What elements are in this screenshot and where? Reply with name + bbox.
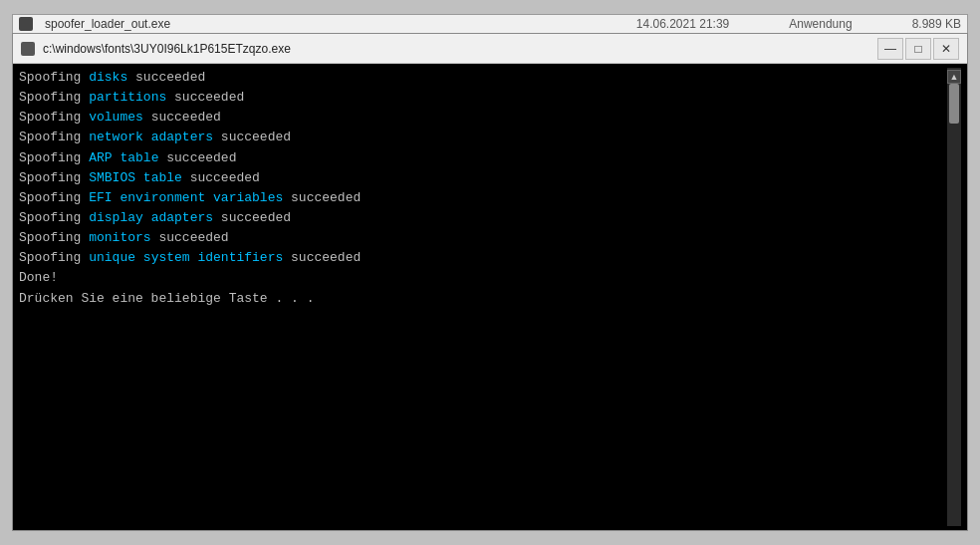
console-keyword: unique system identifiers (89, 250, 283, 265)
console-line: Spoofing display adapters succeeded (19, 208, 947, 228)
console-keyword: EFI environment variables (89, 190, 283, 205)
window-controls: — □ ✕ (877, 38, 959, 60)
taskbar-size: 8.989 KB (912, 17, 961, 31)
taskbar-date: 14.06.2021 21:39 (636, 17, 729, 31)
taskbar-title: spoofer_loader_out.exe (45, 17, 624, 31)
scrollbar-thumb[interactable] (949, 84, 959, 124)
console-line: Spoofing unique system identifiers succe… (19, 248, 947, 268)
console-keyword: volumes (89, 110, 143, 125)
scroll-up-arrow[interactable]: ▲ (947, 70, 961, 84)
console-done-line: Done! (19, 268, 947, 288)
console-keyword: disks (89, 70, 127, 85)
maximize-button[interactable]: □ (905, 38, 931, 60)
console-line: Spoofing ARP table succeeded (19, 148, 947, 168)
console-keyword: monitors (89, 230, 150, 245)
console-line: Spoofing disks succeeded (19, 68, 947, 88)
cmd-icon (21, 42, 35, 56)
minimize-button[interactable]: — (877, 38, 903, 60)
console-prompt-line: Drücken Sie eine beliebige Taste . . . (19, 289, 947, 309)
console-line: Spoofing SMBIOS table succeeded (19, 168, 947, 188)
main-window: c:\windows\fonts\3UY0I96Lk1P615ETzqzo.ex… (12, 33, 968, 531)
console-line: Spoofing volumes succeeded (19, 108, 947, 128)
console-keyword: partitions (89, 90, 166, 105)
console-keyword: SMBIOS table (89, 170, 182, 185)
console-content: Spoofing disks succeededSpoofing partiti… (19, 68, 947, 526)
taskbar-row: spoofer_loader_out.exe 14.06.2021 21:39 … (12, 14, 968, 33)
taskbar-type: Anwendung (789, 17, 852, 31)
close-button[interactable]: ✕ (933, 38, 959, 60)
scrollbar[interactable]: ▲ (947, 68, 961, 526)
title-bar: c:\windows\fonts\3UY0I96Lk1P615ETzqzo.ex… (13, 34, 967, 64)
title-bar-path: c:\windows\fonts\3UY0I96Lk1P615ETzqzo.ex… (43, 42, 869, 56)
console-keyword: network adapters (89, 130, 213, 144)
console-line: Spoofing network adapters succeeded (19, 128, 947, 147)
taskbar-meta: 14.06.2021 21:39 Anwendung 8.989 KB (636, 17, 961, 31)
console-line: Spoofing partitions succeeded (19, 88, 947, 108)
console-line: Spoofing EFI environment variables succe… (19, 188, 947, 208)
console-area: Spoofing disks succeededSpoofing partiti… (13, 64, 967, 530)
taskbar-file-icon (19, 17, 33, 31)
console-keyword: ARP table (89, 150, 158, 165)
console-keyword: display adapters (89, 210, 213, 225)
console-line: Spoofing monitors succeeded (19, 228, 947, 248)
